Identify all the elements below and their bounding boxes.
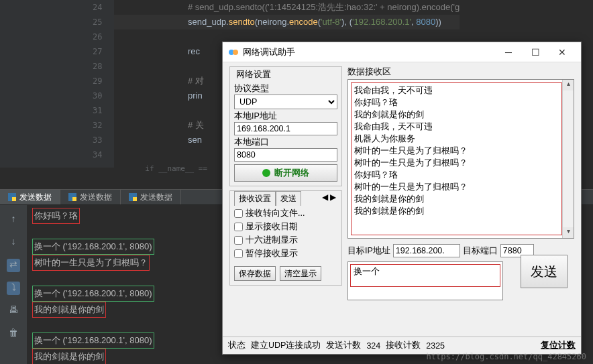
run-tab[interactable]: 发送数据 <box>60 190 121 204</box>
svg-rect-1 <box>12 197 16 201</box>
save-data-button[interactable]: 保存数据 <box>234 266 276 281</box>
line-number: 32 <box>0 118 114 133</box>
output-line: 换一个 ('192.168.200.1', 8080) <box>32 332 154 349</box>
run-output[interactable]: 你好吗？珞 换一个 ('192.168.200.1', 8080) 树叶的一生只… <box>32 208 154 364</box>
output-line: 你好吗？珞 <box>32 208 80 224</box>
output-line: 换一个 ('192.168.200.1', 8080) <box>32 239 154 255</box>
up-icon[interactable]: ↑ <box>7 213 20 227</box>
local-ip-input[interactable] <box>234 122 337 135</box>
close-button[interactable]: ✕ <box>549 47 576 58</box>
dest-ip-input[interactable] <box>393 244 460 257</box>
print-icon[interactable]: 🖶 <box>7 304 20 318</box>
run-toolbar: ↑ ↓ ⇄ ⤵ 🖶 🗑 <box>0 205 27 364</box>
send-count-value: 324 <box>366 341 380 351</box>
receive-area-label: 数据接收区 <box>347 66 574 78</box>
recv-count-label: 接收计数 <box>386 340 421 351</box>
chk-forward-file[interactable]: 接收转向文件... <box>234 208 337 219</box>
tab-arrows-icon[interactable]: ◀ ▶ <box>321 191 337 206</box>
send-button[interactable]: 发送 <box>521 255 568 288</box>
line-number: 31 <box>0 103 114 118</box>
minimize-button[interactable]: ─ <box>495 47 522 58</box>
line-number: 24 <box>0 0 114 15</box>
tab-send-settings[interactable]: 发送 <box>276 191 301 206</box>
send-count-label: 发送计数 <box>326 340 361 351</box>
group-title: 网络设置 <box>234 69 273 80</box>
local-port-input[interactable] <box>234 148 337 162</box>
network-settings-group: 网络设置 协议类型 UDP 本地IP地址 本地端口 断开网络 <box>229 66 342 186</box>
trash-icon[interactable]: 🗑 <box>7 327 20 341</box>
line-number: 30 <box>0 88 114 103</box>
gutter: 24 25 26 27 28 29 30 31 32 33 34 <box>0 0 114 168</box>
disconnect-button[interactable]: 断开网络 <box>234 164 337 182</box>
local-port-label: 本地端口 <box>234 137 337 148</box>
dialog-title: 网络调试助手 <box>243 46 495 58</box>
protocol-select[interactable]: UDP <box>234 95 337 109</box>
receive-textarea[interactable]: 我命由我，天不可违 你好吗？珞 我的剑就是你的剑 我命由我，天不可违 机器人为你… <box>347 79 574 239</box>
status-dot-icon <box>262 169 270 177</box>
line-number: 29 <box>0 74 114 88</box>
scroll-up-icon[interactable]: ▴ <box>563 80 574 90</box>
output-line: 树叶的一生只是为了归根吗？ <box>32 255 150 271</box>
app-icon <box>228 47 239 58</box>
line-number: 26 <box>0 29 114 44</box>
scrollbar[interactable]: ▴▾ <box>562 80 574 238</box>
maximize-button[interactable]: ☐ <box>522 47 549 58</box>
chk-pause-display[interactable]: 暂停接收显示 <box>234 248 337 259</box>
svg-point-7 <box>233 50 238 55</box>
line-number: 27 <box>0 44 114 59</box>
receive-text: 我命由我，天不可违 你好吗？珞 我的剑就是你的剑 我命由我，天不可违 机器人为你… <box>351 82 562 235</box>
tab-receive-settings[interactable]: 接收设置 <box>234 191 276 206</box>
line-number: 34 <box>0 147 114 162</box>
tab-label: 发送数据 <box>80 192 112 203</box>
run-tab[interactable]: 发送数据 <box>0 190 60 204</box>
connect-label: 断开网络 <box>274 167 309 179</box>
send-textarea[interactable]: 换一个 <box>347 261 503 300</box>
chk-show-date[interactable]: 显示接收日期 <box>234 221 337 233</box>
scroll-down-icon[interactable]: ▾ <box>563 227 574 238</box>
receive-settings-group: 接收设置 发送 ◀ ▶ 接收转向文件... 显示接收日期 十六进制显示 暂停接收… <box>229 190 342 286</box>
local-ip-label: 本地IP地址 <box>234 111 337 122</box>
protocol-label: 协议类型 <box>234 83 337 95</box>
clear-display-button[interactable]: 清空显示 <box>280 266 321 281</box>
status-label: 状态 <box>228 340 246 351</box>
send-text: 换一个 <box>350 264 500 287</box>
tab-label: 发送数据 <box>140 192 172 203</box>
tab-label: 发送数据 <box>19 192 52 203</box>
run-tab[interactable]: 发送数据 <box>121 190 181 204</box>
output-line: 我的剑就是你的剑 <box>32 349 106 364</box>
reset-count-link[interactable]: 复位计数 <box>541 340 576 351</box>
output-line: 我的剑就是你的剑 <box>32 302 106 318</box>
svg-rect-5 <box>133 197 137 201</box>
fold-indicator: if __name__ == <box>114 164 207 173</box>
wrap-icon[interactable]: ⇄ <box>7 259 20 272</box>
output-line: 换一个 ('192.168.200.1', 8080) <box>32 286 154 302</box>
line-number: 25 <box>0 15 114 29</box>
watermark: https://blog.csdn.net/qq_42845260 <box>427 352 586 361</box>
network-debug-dialog: 网络调试助手 ─ ☐ ✕ 网络设置 协议类型 UDP 本地IP地址 本地端口 断… <box>222 42 582 355</box>
dest-ip-label: 目标IP地址 <box>347 245 390 257</box>
status-value: 建立UDP连接成功 <box>251 340 321 351</box>
chk-hex-display[interactable]: 十六进制显示 <box>234 235 337 246</box>
titlebar[interactable]: 网络调试助手 ─ ☐ ✕ <box>223 42 581 62</box>
recv-count-value: 2325 <box>426 341 445 351</box>
line-number: 28 <box>0 59 114 74</box>
scroll-icon[interactable]: ⤵ <box>7 282 20 295</box>
down-icon[interactable]: ↓ <box>7 236 20 249</box>
line-number: 33 <box>0 133 114 147</box>
dest-port-label: 目标端口 <box>463 245 498 257</box>
svg-rect-3 <box>72 197 76 201</box>
